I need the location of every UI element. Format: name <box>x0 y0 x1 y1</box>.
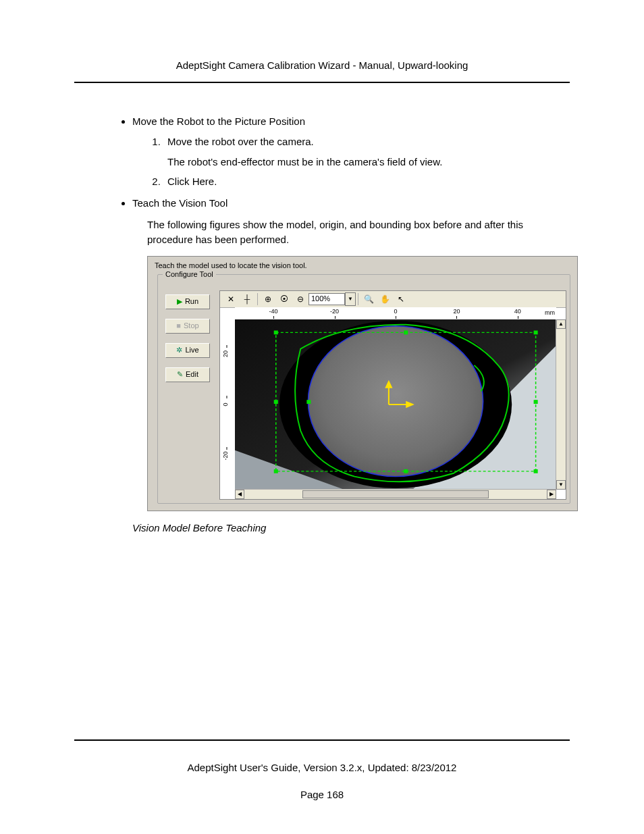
zoom-fit-icon[interactable]: ⦿ <box>276 292 292 307</box>
edit-icon: ✎ <box>177 369 183 380</box>
live-button[interactable]: ✲ Live <box>165 343 210 358</box>
svg-rect-9 <box>534 331 538 335</box>
section-teach-tool: Teach the Vision Tool The following figu… <box>132 196 570 536</box>
section-move-robot: Move the Robot to the Picture Position M… <box>132 114 570 189</box>
svg-rect-12 <box>274 469 278 473</box>
vertical-scrollbar[interactable]: ▲ ▼ <box>556 319 566 490</box>
scroll-down-icon[interactable]: ▼ <box>556 480 566 490</box>
edit-label: Edit <box>186 369 198 380</box>
play-icon: ▶ <box>177 296 182 307</box>
crosshair-icon[interactable]: ┼ <box>239 292 255 307</box>
x-tick: -20 <box>325 307 345 316</box>
pointer-icon[interactable]: ↖ <box>393 292 409 307</box>
image-viewer: ✕ ┼ ⊕ ⦿ ⊖ 100% ▼ 🔍 ✋ ↖ <box>219 290 566 500</box>
image-canvas[interactable] <box>235 319 556 490</box>
x-tick: 20 <box>446 307 466 316</box>
x-tick: 0 <box>385 307 406 316</box>
step-1-sub: The robot's end-effector must be in the … <box>167 155 570 170</box>
ruler-vertical: 20 0 -20 <box>220 319 236 490</box>
footer-rule <box>74 739 570 741</box>
svg-point-4 <box>308 326 483 477</box>
run-button[interactable]: ▶ Run <box>165 294 210 309</box>
header-rule <box>74 82 570 83</box>
x-tick: -40 <box>263 307 284 316</box>
section1-title: Move the Robot to the Picture Position <box>132 115 305 127</box>
run-label: Run <box>185 296 198 307</box>
ruler-horizontal: -40 -20 0 20 40 mm <box>235 307 556 320</box>
y-tick: 20 <box>221 348 230 360</box>
figure-caption: Vision Model Before Teaching <box>132 521 570 536</box>
zoom-value-input[interactable]: 100% <box>308 293 345 305</box>
svg-rect-10 <box>274 400 278 404</box>
step-2-text: Click Here. <box>167 176 217 187</box>
y-tick: 0 <box>221 398 230 411</box>
embedded-screenshot: Teach the model used to locate the visio… <box>147 256 578 511</box>
footer-line: AdeptSight User's Guide, Version 3.2.x, … <box>74 762 570 773</box>
zoom-out-icon[interactable]: ⊖ <box>292 292 308 307</box>
svg-rect-13 <box>404 469 408 473</box>
configure-tool-label: Configure Tool <box>163 269 216 280</box>
horizontal-scrollbar[interactable]: ◀ ▶ <box>235 489 556 499</box>
step-2: Click Here. <box>163 174 570 189</box>
live-label: Live <box>185 345 198 356</box>
pan-hand-icon[interactable]: ✋ <box>377 292 393 307</box>
step-1: Move the robot over the camera. The robo… <box>163 134 570 170</box>
svg-rect-8 <box>404 331 408 335</box>
x-unit: mm <box>545 309 555 317</box>
stop-icon: ■ <box>176 321 181 332</box>
section2-title: Teach the Vision Tool <box>132 197 227 209</box>
separator-icon <box>257 293 258 305</box>
svg-rect-11 <box>534 400 538 404</box>
x-tick: 40 <box>508 307 528 316</box>
edit-button[interactable]: ✎ Edit <box>165 367 210 382</box>
stop-label: Stop <box>184 321 199 332</box>
page-header: AdeptSight Camera Calibration Wizard - M… <box>74 59 570 71</box>
y-tick: -20 <box>221 450 230 462</box>
scroll-thumb[interactable] <box>302 490 489 498</box>
separator-icon <box>358 293 358 305</box>
page-number: Page 168 <box>0 789 644 800</box>
svg-rect-14 <box>534 469 538 473</box>
zoom-in-icon[interactable]: ⊕ <box>260 292 276 307</box>
viewer-toolbar: ✕ ┼ ⊕ ⦿ ⊖ 100% ▼ 🔍 ✋ ↖ <box>220 291 566 308</box>
section2-para: The following figures show the model, or… <box>147 217 570 247</box>
svg-rect-15 <box>306 400 311 404</box>
live-icon: ✲ <box>176 345 182 356</box>
stop-button[interactable]: ■ Stop <box>165 319 210 334</box>
svg-rect-7 <box>274 331 278 335</box>
step-1-text: Move the robot over the camera. <box>167 136 314 147</box>
tool-icon[interactable]: ✕ <box>223 292 239 307</box>
magnifier-icon[interactable]: 🔍 <box>360 292 377 307</box>
scroll-left-icon[interactable]: ◀ <box>235 490 244 499</box>
scroll-right-icon[interactable]: ▶ <box>547 490 556 499</box>
scroll-up-icon[interactable]: ▲ <box>556 319 566 329</box>
body-content: Move the Robot to the Picture Position M… <box>74 114 570 536</box>
zoom-dropdown-icon[interactable]: ▼ <box>345 292 356 306</box>
